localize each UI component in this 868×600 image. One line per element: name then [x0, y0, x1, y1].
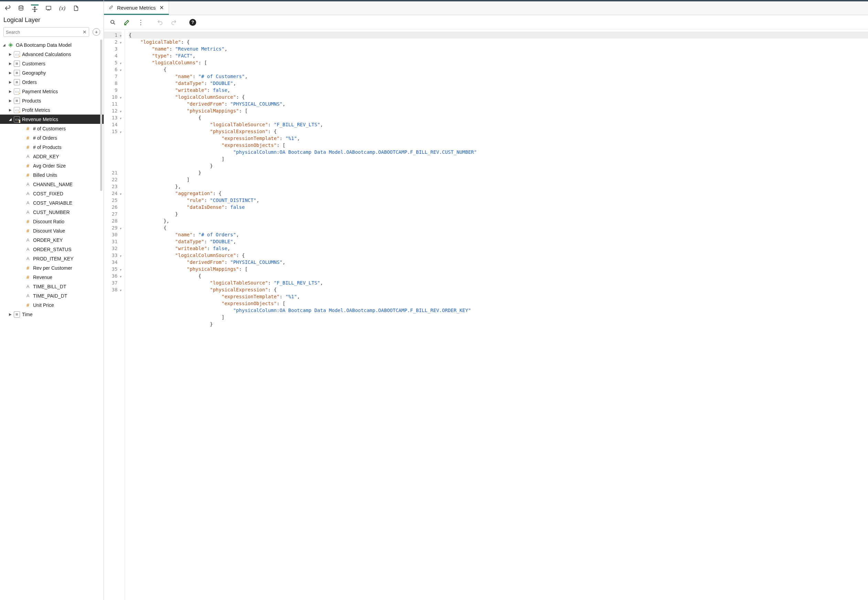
- clear-search-icon[interactable]: ✕: [83, 29, 87, 35]
- tree-root[interactable]: ◢ OA Bootcamp Data Model: [0, 40, 103, 50]
- tree-item-label: Unit Price: [33, 302, 54, 308]
- tree-item-label: Rev per Customer: [33, 265, 72, 271]
- tree-item-label: ORDER_STATUS: [33, 247, 71, 252]
- tree-column[interactable]: ▶#Avg Order Size: [0, 161, 103, 170]
- variable-icon[interactable]: (x): [59, 5, 66, 12]
- code-line: ]: [129, 156, 868, 162]
- line-gutter: 1 ▼2 ▼3 4 5 ▼6 ▼7 8 9 10 ▼11 12 ▼13 ▼14 …: [104, 30, 124, 600]
- line-number: [104, 293, 121, 300]
- tree-column[interactable]: ▶AORDER_KEY: [0, 235, 103, 245]
- close-icon[interactable]: ✕: [159, 5, 164, 11]
- tree-column[interactable]: ▶APROD_ITEM_KEY: [0, 254, 103, 263]
- code-line: {: [129, 273, 868, 279]
- tree-item-label: CHANNEL_NAME: [33, 182, 73, 187]
- code-source[interactable]: { "logicalTable": { "name": "Revenue Met…: [124, 30, 868, 600]
- line-number: 8: [104, 80, 121, 87]
- edit-mode-icon[interactable]: [123, 18, 131, 26]
- measure-icon: #: [25, 163, 31, 169]
- tree-item-label: Profit Metrics: [22, 108, 50, 113]
- tree-column[interactable]: ▶#Discount Value: [0, 226, 103, 235]
- tree-folder[interactable]: ▶▦Customers: [0, 59, 103, 68]
- tree-column[interactable]: ▶#Rev per Customer: [0, 263, 103, 273]
- undo-icon[interactable]: [156, 18, 164, 26]
- editor-toolbar: ⋮ ?: [104, 15, 868, 30]
- svg-point-0: [19, 6, 23, 8]
- database-icon[interactable]: [17, 5, 25, 12]
- tree-column[interactable]: ▶ACOST_FIXED: [0, 189, 103, 198]
- help-icon[interactable]: ?: [189, 19, 196, 26]
- line-number: 22: [104, 176, 121, 183]
- svg-rect-1: [46, 6, 51, 10]
- tree-folder-time[interactable]: ▶ ▦ Time: [0, 310, 103, 319]
- tree-column[interactable]: ▶ATIME_PAID_DT: [0, 291, 103, 300]
- code-line: {: [129, 114, 868, 121]
- table-icon: ▦: [14, 311, 20, 318]
- line-number: 6 ▼: [104, 66, 121, 73]
- more-icon[interactable]: ⋮: [136, 18, 144, 26]
- tree-column[interactable]: ▶AORDER_STATUS: [0, 245, 103, 254]
- search-input[interactable]: [6, 30, 83, 35]
- line-number: 25: [104, 197, 121, 204]
- redo-icon[interactable]: [170, 18, 178, 26]
- tab-revenue-metrics[interactable]: Revenue Metrics ✕: [104, 2, 169, 15]
- line-number: 23: [104, 183, 121, 190]
- tree-column[interactable]: ▶## of Products: [0, 142, 103, 152]
- tree-column[interactable]: ▶#Discount Ratio: [0, 217, 103, 226]
- tree-folder[interactable]: ▶▦Products: [0, 96, 103, 105]
- code-line: "writeable": false,: [129, 87, 868, 94]
- tree-item-label: # of Products: [33, 144, 62, 150]
- code-line: "physicalExpression": {: [129, 286, 868, 293]
- document-icon[interactable]: [72, 5, 80, 12]
- search-icon[interactable]: [109, 18, 117, 26]
- metrics-icon: ▭: [14, 51, 20, 58]
- sidebar: (x) Logical Layer ✕ + ◢ OA Bootcamp Data…: [0, 0, 104, 600]
- tree-folder[interactable]: ▶▦Orders: [0, 77, 103, 87]
- line-number: 7: [104, 73, 121, 80]
- tree-column[interactable]: ▶ATIME_BILL_DT: [0, 282, 103, 291]
- metrics-icon: ▭: [14, 88, 20, 95]
- code-editor[interactable]: 1 ▼2 ▼3 4 5 ▼6 ▼7 8 9 10 ▼11 12 ▼13 ▼14 …: [104, 30, 868, 600]
- tree-folder[interactable]: ▶▦Geography: [0, 68, 103, 77]
- measure-icon: #: [25, 265, 31, 271]
- tree-column[interactable]: ▶#Unit Price: [0, 300, 103, 310]
- back-icon[interactable]: [3, 5, 11, 12]
- line-number: [104, 300, 121, 307]
- tree-folder[interactable]: ◢▭Revenue Metrics: [0, 115, 103, 124]
- code-line: "aggregation": {: [129, 190, 868, 197]
- metrics-icon: ▭: [14, 116, 20, 123]
- tree-column[interactable]: ▶AADDR_KEY: [0, 152, 103, 161]
- tree-column[interactable]: ▶## of Customers: [0, 124, 103, 133]
- tree-column[interactable]: ▶ACUST_NUMBER: [0, 208, 103, 217]
- code-line: "dataType": "DOUBLE",: [129, 80, 868, 87]
- table-icon: ▦: [14, 70, 20, 76]
- tree-folder[interactable]: ▶▭Advanced Calculations: [0, 50, 103, 59]
- tree-item-label: CUST_NUMBER: [33, 209, 70, 215]
- tree-column[interactable]: ▶## of Orders: [0, 133, 103, 142]
- code-line: "logicalTableSource": "F_BILL_REV_LTS",: [129, 121, 868, 128]
- tree-column[interactable]: ▶#Revenue: [0, 273, 103, 282]
- line-number: [104, 142, 121, 148]
- code-line: }: [129, 169, 868, 176]
- measure-icon: #: [25, 218, 31, 225]
- tree-folder[interactable]: ▶▭Profit Metrics: [0, 105, 103, 115]
- scrollbar-thumb[interactable]: [100, 39, 102, 191]
- code-line: "expressionTemplate": "%1",: [129, 135, 868, 142]
- line-number: 13 ▼: [104, 114, 121, 121]
- line-number: [104, 135, 121, 142]
- tree-item-label: # of Customers: [33, 126, 66, 132]
- tree-column[interactable]: ▶ACOST_VARIABLE: [0, 198, 103, 208]
- line-number: 32: [104, 245, 121, 252]
- tree-folder[interactable]: ▶▭Payment Metrics: [0, 87, 103, 96]
- code-line: "name": "# of Customers",: [129, 73, 868, 80]
- attribute-icon: A: [25, 283, 31, 290]
- code-line: },: [129, 183, 868, 190]
- tree-column[interactable]: ▶ACHANNEL_NAME: [0, 180, 103, 189]
- tree-column[interactable]: ▶#Billed Units: [0, 170, 103, 180]
- main-area: Revenue Metrics ✕ ⋮ ? 1 ▼2 ▼3 4 5 ▼6 ▼7 …: [104, 0, 868, 600]
- move-icon[interactable]: [31, 5, 38, 12]
- add-button[interactable]: +: [93, 28, 100, 36]
- line-number: [104, 148, 121, 156]
- presentation-icon[interactable]: [45, 5, 52, 12]
- metrics-icon: ▭: [14, 107, 20, 113]
- tree-item-label: ORDER_KEY: [33, 237, 63, 243]
